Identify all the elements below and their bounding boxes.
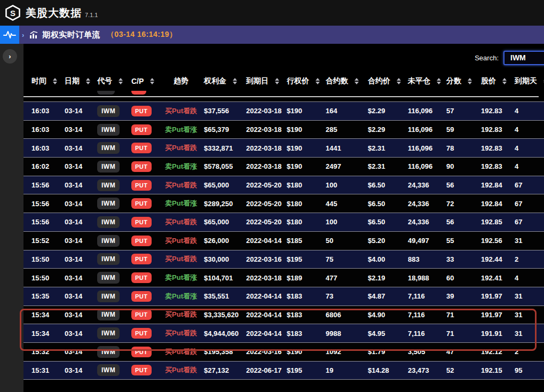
put-badge: PUT [131,124,152,135]
column-header-time[interactable]: 时间 [23,76,62,86]
sort-icon[interactable] [437,78,441,84]
cell-oi: 7,116 [405,311,444,319]
column-label: 分数 [446,76,461,86]
cell-price: $6.50 [367,181,405,189]
sidebar-expand-button[interactable]: › [3,49,17,64]
cell-premium: $578,055 [200,162,242,170]
cell-date: 03-14 [62,330,96,338]
column-header-date[interactable]: 日期 [62,76,96,86]
cell-contracts: 445 [324,200,367,208]
table-row[interactable]: 16:0303-14IWMPUT买Put看跌$37,5562022-03-18$… [23,102,544,121]
table-row[interactable]: 16:0303-14IWMPUT卖Put看涨$65,3792022-03-18$… [23,121,544,139]
table-row[interactable]: 15:5603-14IWMPUT买Put看跌$65,0002022-05-20$… [23,176,544,195]
cell-score: 55 [444,237,479,245]
cell-trend: 卖Put看涨 [162,162,200,171]
column-header-cp[interactable]: C/P [128,77,162,85]
column-header-trend: 趋势 [162,76,200,86]
cell-stock: 192.12 [479,348,512,356]
table-row[interactable]: 15:3203-14IWMPUT买Put看跌$195,3582022-03-16… [23,343,544,362]
column-header-premium[interactable]: 权利金 [200,76,242,86]
table-row-highlighted[interactable]: 15:3403-14IWMPUT买Put看跌$3,335,6202022-04-… [23,306,544,325]
cell-symbol: IWM [96,291,128,302]
table-row[interactable]: 16:0203-14IWMPUT卖Put看涨$578,0552022-03-18… [23,158,544,176]
cell-oi: 49,497 [405,237,444,245]
logo-letter: S [10,9,15,18]
table-row[interactable]: 16:0303-14IWMPUT买Put看跌$332,8712022-03-18… [23,139,544,158]
column-header-symbol[interactable]: 代号 [96,76,128,86]
table-row[interactable]: 15:3503-14IWMPUT卖Put看涨$35,5512022-04-14$… [23,287,544,306]
put-badge: PUT [131,272,152,283]
column-header-oi[interactable]: 未平仓 [405,76,444,86]
cell-symbol: IWM [96,235,128,247]
cell-contracts: 50 [324,237,367,245]
cell-cp: PUT [128,198,162,209]
cell-premium: $30,000 [200,255,242,263]
symbol-badge: IWM [97,291,120,302]
cell-dte: 31 [512,311,543,319]
column-header-dte[interactable]: 到期天 [512,76,543,86]
column-header-price[interactable]: 合约价 [367,76,405,86]
sort-icon[interactable] [468,78,472,84]
sort-icon[interactable] [150,78,154,84]
column-header-stock[interactable]: 股价 [479,76,512,86]
app-version: 7.1.1 [85,12,98,18]
cell-cp: PUT [128,272,162,283]
cell-expiry: 2022-03-18 [242,162,285,170]
sort-icon[interactable] [119,78,123,84]
cell-trend: 卖Put看涨 [162,292,200,301]
sort-icon[interactable] [233,78,237,84]
cell-dte: 4 [512,107,543,115]
cell-expiry: 2022-06-17 [242,366,285,374]
cell-trend: 买Put看跌 [162,236,200,246]
column-header-score[interactable]: 分数 [444,76,479,86]
cell-stock: 192.83 [479,107,512,115]
cell-date: 03-14 [62,348,96,356]
table-row[interactable]: 15:5603-14IWMPUT卖Put看涨$289,2502022-05-20… [23,194,544,213]
cell-price: $2.19 [367,274,405,282]
put-badge: PUT [131,309,152,320]
chevron-right-icon: › [9,52,11,60]
cell-symbol: IWM [96,105,128,117]
partial-put-badge [131,91,146,95]
cell-date: 03-14 [62,107,96,115]
cell-stock: 192.85 [479,218,512,226]
column-header-strike[interactable]: 行权价 [285,76,324,86]
table-row[interactable]: 15:5003-14IWMPUT卖Put看涨$104,7012022-03-18… [23,269,544,287]
table-row[interactable]: 15:5603-14IWMPUT买Put看跌$65,0002022-05-20$… [23,213,544,232]
sort-icon[interactable] [53,78,57,84]
search-input[interactable] [503,51,544,65]
cell-expiry: 2022-03-18 [242,274,285,282]
cell-dte: 2 [512,255,543,263]
cell-strike: $189 [285,274,324,282]
table-row-highlighted[interactable]: 15:3403-14IWMPUT买Put看跌$4,944,0602022-04-… [23,324,544,343]
cell-dte: 31 [512,292,543,300]
cell-trend: 买Put看跌 [162,181,200,190]
sort-icon[interactable] [354,78,359,84]
sidebar-item-orderflow[interactable] [0,26,19,44]
cell-contracts: 19 [324,366,367,374]
table-row[interactable]: 15:5003-14IWMPUT买Put看跌$30,0002022-03-16$… [23,250,544,269]
cell-score: 59 [444,126,479,134]
cell-stock: 192.56 [479,237,512,245]
put-badge: PUT [131,236,152,246]
sort-icon[interactable] [502,78,507,84]
cell-date: 03-14 [62,274,96,282]
cell-dte: 4 [512,274,543,282]
cell-premium: $37,556 [200,107,242,115]
cell-premium: $27,132 [200,366,242,374]
chevron-right-icon[interactable]: › [22,31,24,39]
sort-icon[interactable] [316,78,320,84]
cell-strike: $190 [285,348,324,356]
cell-strike: $190 [285,107,324,115]
sort-icon[interactable] [86,78,90,84]
cell-strike: $190 [285,144,324,152]
table-row[interactable]: 15:5203-14IWMPUT买Put看跌$26,0002022-04-14$… [23,232,544,250]
sort-icon[interactable] [397,78,401,84]
cell-score: 56 [444,218,479,226]
column-header-contracts[interactable]: 合约数 [324,76,367,86]
column-header-expiry[interactable]: 到期日 [242,76,285,86]
cell-stock: 192.84 [479,200,512,208]
cell-cp: PUT [128,309,162,320]
sort-icon[interactable] [275,78,279,84]
table-row[interactable]: 15:3103-14IWMPUT买Put看跌$27,1322022-06-17$… [23,362,544,380]
